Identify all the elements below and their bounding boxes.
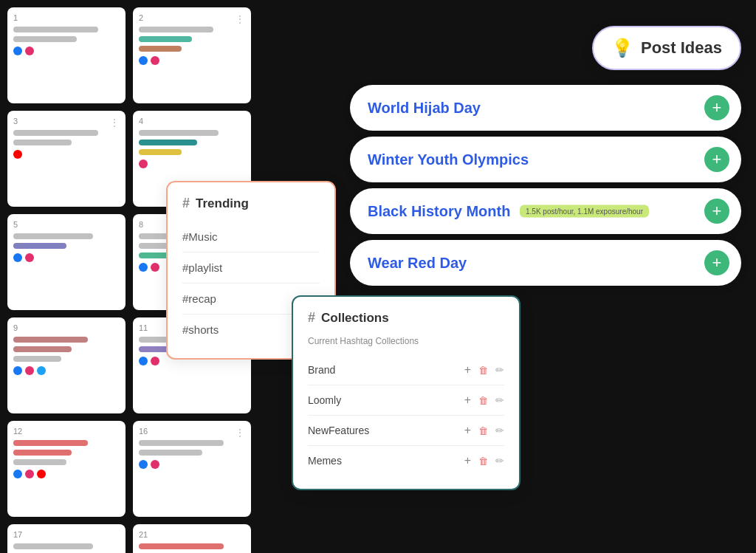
fb-dot	[13, 366, 22, 375]
collection-item: Brand+🗑✏	[308, 355, 504, 385]
post-bar	[13, 233, 93, 239]
collection-delete-icon[interactable]: 🗑	[478, 456, 488, 467]
social-dots	[13, 47, 120, 55]
collection-edit-icon[interactable]: ✏	[495, 394, 504, 406]
post-bar	[139, 440, 224, 446]
calendar-cell[interactable]: 3⋮	[7, 111, 126, 207]
collections-title: Collections	[321, 311, 389, 326]
idea-title: Winter Youth Olympics	[368, 151, 529, 168]
day-number: 4	[139, 117, 245, 126]
calendar-cell[interactable]: 9	[7, 317, 126, 413]
post-bar	[139, 27, 213, 32]
post-ideas-panel: World Hijab Day+Winter Youth Olympics+Bl…	[350, 85, 741, 286]
ig-dot	[25, 47, 34, 55]
collection-item: NewFeatures+🗑✏	[308, 416, 504, 446]
ig-dot	[151, 460, 159, 469]
hash-icon: #	[182, 196, 190, 211]
day-number: 16	[139, 427, 245, 436]
collection-name: NewFeatures	[308, 425, 369, 436]
trending-item[interactable]: #playlist	[182, 253, 320, 284]
calendar-cell[interactable]: 21	[133, 524, 251, 553]
idea-title: World Hijab Day	[368, 100, 481, 117]
trending-item[interactable]: #Music	[182, 221, 320, 253]
day-number: 2	[139, 13, 245, 22]
kebab-menu-icon[interactable]: ⋮	[109, 117, 120, 128]
idea-add-button[interactable]: +	[704, 95, 729, 120]
social-dots	[139, 56, 245, 65]
day-number: 17	[13, 530, 120, 539]
day-number: 21	[139, 530, 245, 539]
idea-add-button[interactable]: +	[704, 250, 729, 275]
collection-delete-icon[interactable]: 🗑	[478, 365, 488, 376]
day-number: 12	[13, 427, 120, 436]
fb-dot	[139, 460, 148, 469]
collection-actions: +🗑✏	[464, 454, 504, 467]
fb-dot	[139, 263, 148, 272]
calendar-cell[interactable]: 2⋮	[133, 7, 251, 103]
collection-delete-icon[interactable]: 🗑	[478, 395, 488, 406]
post-bar	[13, 440, 88, 446]
calendar-cell[interactable]: 1	[7, 7, 126, 103]
post-bar	[139, 450, 202, 456]
idea-add-button[interactable]: +	[704, 147, 729, 172]
post-bar	[139, 46, 182, 52]
calendar-cell[interactable]: 16⋮	[133, 421, 251, 517]
collection-edit-icon[interactable]: ✏	[495, 364, 504, 376]
post-bar	[13, 243, 66, 249]
post-bar	[13, 346, 72, 352]
collection-actions: +🗑✏	[464, 424, 504, 437]
post-bar	[13, 543, 93, 549]
trending-title: Trending	[196, 196, 249, 211]
post-bar	[13, 459, 66, 465]
collection-add-icon[interactable]: +	[464, 424, 471, 437]
social-dots	[13, 470, 120, 478]
collection-item: Loomly+🗑✏	[308, 385, 504, 416]
collection-name: Loomly	[308, 394, 341, 406]
post-bar	[13, 36, 77, 42]
social-dots	[139, 159, 245, 168]
post-ideas-label: Post Ideas	[641, 38, 722, 58]
hash-icon-collections: #	[308, 310, 315, 326]
collection-delete-icon[interactable]: 🗑	[478, 425, 488, 436]
kebab-menu-icon[interactable]: ⋮	[235, 427, 245, 439]
social-dots	[13, 366, 120, 375]
day-number: 1	[13, 13, 120, 22]
collection-edit-icon[interactable]: ✏	[495, 425, 504, 436]
social-dots	[13, 253, 120, 262]
collection-edit-icon[interactable]: ✏	[495, 455, 504, 467]
collection-item: Memes+🗑✏	[308, 446, 504, 475]
post-bar	[13, 130, 98, 136]
calendar-cell[interactable]: 5	[7, 214, 126, 310]
post-ideas-button[interactable]: 💡 Post Ideas	[592, 26, 741, 70]
idea-title: Wear Red Day	[368, 255, 467, 272]
post-bar	[13, 140, 72, 145]
tw-dot	[37, 366, 46, 375]
ig-dot	[25, 366, 34, 375]
collections-panel: # Collections Current Hashtag Collection…	[292, 295, 520, 490]
yt-dot	[13, 150, 22, 159]
collections-subtitle: Current Hashtag Collections	[308, 336, 504, 346]
ig-dot	[25, 253, 34, 262]
post-bar	[13, 356, 61, 362]
collection-add-icon[interactable]: +	[464, 394, 471, 407]
calendar-cell[interactable]: 17	[7, 524, 126, 553]
ig-dot	[151, 263, 159, 272]
collection-actions: +🗑✏	[464, 394, 504, 407]
collection-add-icon[interactable]: +	[464, 363, 471, 377]
calendar-cell[interactable]: 12	[7, 421, 126, 517]
bulb-icon: 💡	[611, 38, 633, 58]
day-number: 3	[13, 117, 120, 126]
idea-row: Winter Youth Olympics+	[350, 137, 741, 182]
post-bar	[13, 27, 98, 32]
ig-dot	[25, 470, 34, 478]
kebab-menu-icon[interactable]: ⋮	[235, 13, 245, 25]
collection-add-icon[interactable]: +	[464, 454, 471, 467]
ig-dot	[151, 56, 159, 65]
fb-dot	[13, 47, 22, 55]
idea-add-button[interactable]: +	[704, 199, 729, 224]
post-bar	[13, 450, 72, 456]
collection-name: Memes	[308, 455, 342, 467]
collections-header: # Collections	[308, 310, 504, 326]
collection-name: Brand	[308, 364, 335, 376]
fb-dot	[13, 470, 22, 478]
